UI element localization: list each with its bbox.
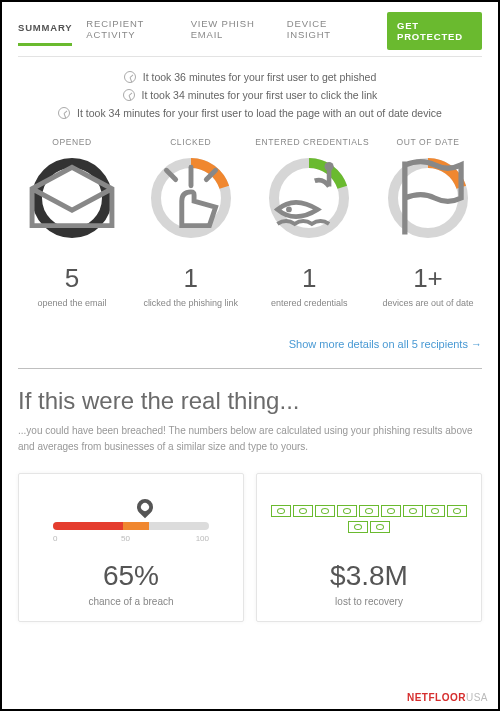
headline: If this were the real thing... [18,387,482,415]
blurb-text: ...you could have been breached! The num… [18,423,482,455]
donut-credentials [266,155,352,241]
stat-label: CLICKED [137,137,245,147]
clock-icon [124,71,136,83]
get-protected-button[interactable]: GET PROTECTED [387,12,482,50]
svg-point-5 [325,162,334,171]
bullet-text: It took 34 minutes for your first user t… [77,107,442,119]
click-icon [148,155,234,241]
show-more-row: Show more details on all 5 recipients → [18,334,482,352]
tabs-bar: SUMMARY RECIPIENT ACTIVITY VIEW PHISH EM… [2,2,498,56]
clock-icon [58,107,70,119]
stat-sub: clicked the phishing link [137,298,245,308]
stat-label: ENTERED CREDENTIALS [255,137,363,147]
stat-opened: OPENED 5 opened the email [18,137,126,308]
watermark-left: NETFLOOR [407,692,466,703]
donut-opened [29,155,115,241]
donut-out-of-date [385,155,471,241]
stat-sub: opened the email [18,298,126,308]
stat-value: 1+ [374,263,482,294]
stat-clicked: CLICKED 1 clicked the phishing link [137,137,245,308]
stat-value: 1 [255,263,363,294]
tab-device-insight[interactable]: DEVICE INSIGHT [287,18,359,50]
card-cost: $3.8M lost to recovery [256,473,482,622]
stat-label: OPENED [18,137,126,147]
cards-row: 050100 65% chance of a breach $3.8M lost… [18,473,482,622]
flag-icon [385,155,471,241]
card-breach-chance: 050100 65% chance of a breach [18,473,244,622]
donut-clicked [148,155,234,241]
watermark-right: USA [466,692,488,703]
money-icon [267,492,471,546]
timing-bullets: It took 36 minutes for your first user t… [18,71,482,119]
envelope-icon [29,155,115,241]
bullet-text: It took 36 minutes for your first user t… [143,71,376,83]
stat-sub: entered credentials [255,298,363,308]
stat-value: 5 [18,263,126,294]
pin-icon [134,496,157,519]
svg-point-6 [286,207,292,213]
stat-out-of-date: OUT OF DATE 1+ devices are out of date [374,137,482,308]
card-value: 65% [29,560,233,592]
bullet-text: It took 34 minutes for your first user t… [142,89,378,101]
stats-row: OPENED 5 opened the email CLICKED 1 clic… [18,137,482,308]
tab-summary[interactable]: SUMMARY [18,22,72,46]
breach-gauge: 050100 [29,492,233,546]
stat-credentials: ENTERED CREDENTIALS 1 entered credential… [255,137,363,308]
watermark: NETFLOORUSA [407,692,488,703]
stat-sub: devices are out of date [374,298,482,308]
show-more-link[interactable]: Show more details on all 5 recipients → [289,338,482,350]
tab-view-phish-email[interactable]: VIEW PHISH EMAIL [191,18,273,50]
clock-icon [123,89,135,101]
stat-label: OUT OF DATE [374,137,482,147]
card-sub: lost to recovery [267,596,471,607]
card-value: $3.8M [267,560,471,592]
tab-recipient-activity[interactable]: RECIPIENT ACTIVITY [86,18,176,50]
card-sub: chance of a breach [29,596,233,607]
phishing-icon [266,155,352,241]
stat-value: 1 [137,263,245,294]
